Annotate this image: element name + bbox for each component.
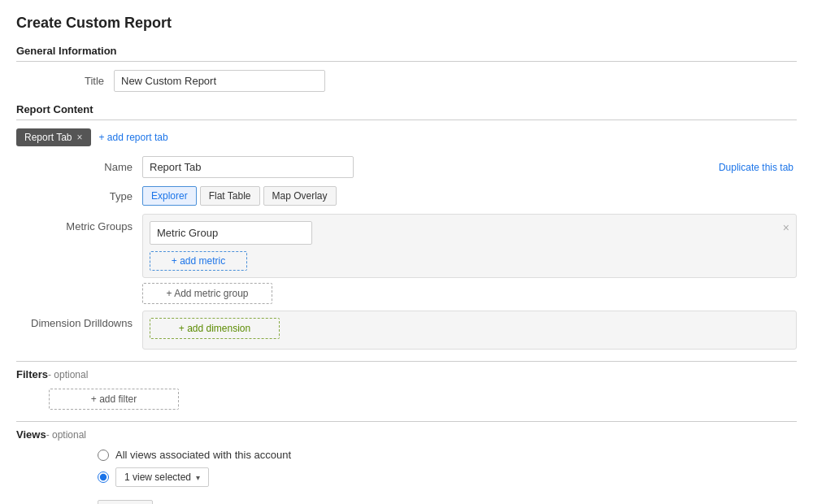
views-title: Views- optional	[16, 421, 797, 441]
tab-panel: Name Duplicate this tab Type Explorer Fl…	[16, 156, 797, 350]
views-optional: - optional	[46, 429, 86, 441]
metric-groups-label: Metric Groups	[16, 214, 142, 232]
name-input[interactable]	[142, 156, 354, 178]
active-tab[interactable]: Report Tab ×	[16, 128, 91, 146]
general-info-section: General Information Title	[16, 45, 797, 92]
title-field-row: Title	[16, 70, 797, 92]
type-label: Type	[16, 190, 142, 202]
view-selected-label: 1 view selected	[124, 471, 191, 483]
filters-optional: - optional	[48, 369, 88, 380]
tabs-bar: Report Tab × + add report tab	[16, 128, 797, 146]
title-input[interactable]	[114, 70, 325, 92]
selected-views-radio-row: 1 view selected ▾	[98, 467, 797, 487]
type-btn-explorer[interactable]: Explorer	[142, 186, 197, 206]
type-field-row: Type Explorer Flat Table Map Overlay	[16, 186, 797, 206]
add-tab-link[interactable]: + add report tab	[99, 132, 168, 143]
duplicate-tab-link[interactable]: Duplicate this tab	[719, 162, 797, 173]
add-metric-group-button[interactable]: + Add metric group	[142, 283, 272, 304]
all-views-radio-row: All views associated with this account	[98, 449, 797, 461]
save-button[interactable]: Save	[98, 500, 153, 504]
tab-close-icon[interactable]: ×	[76, 133, 82, 142]
title-label: Title	[16, 75, 114, 87]
add-metric-group-row: + Add metric group	[142, 283, 797, 304]
type-buttons-group: Explorer Flat Table Map Overlay	[142, 186, 337, 206]
action-buttons: Save Cancel	[98, 500, 797, 504]
name-label: Name	[16, 161, 142, 173]
add-metric-button[interactable]: + add metric	[150, 251, 247, 271]
type-btn-flat-table[interactable]: Flat Table	[200, 186, 260, 206]
filters-section: Filters- optional + add filter	[16, 361, 797, 410]
metric-group-close-icon[interactable]: ×	[783, 221, 789, 234]
dimension-label: Dimension Drilldowns	[16, 311, 142, 329]
name-field-row: Name Duplicate this tab	[16, 156, 797, 178]
metric-groups-container: × Metric Group + add metric	[142, 214, 797, 278]
report-content-section: Report Content Report Tab × + add report…	[16, 103, 797, 350]
all-views-label: All views associated with this account	[115, 449, 291, 461]
page-title: Create Custom Report	[16, 15, 797, 32]
type-btn-map-overlay[interactable]: Map Overlay	[263, 186, 337, 206]
metric-group-box: Metric Group	[150, 221, 312, 245]
view-selector: 1 view selected ▾	[115, 467, 209, 487]
views-section: Views- optional All views associated wit…	[16, 421, 797, 487]
metric-groups-field-row: Metric Groups × Metric Group + add metri…	[16, 214, 797, 278]
cancel-link[interactable]: Cancel	[161, 500, 193, 504]
all-views-radio[interactable]	[98, 450, 109, 461]
general-info-title: General Information	[16, 45, 797, 62]
add-filter-button[interactable]: + add filter	[49, 389, 179, 410]
add-dimension-button[interactable]: + add dimension	[150, 318, 280, 339]
report-content-title: Report Content	[16, 103, 797, 120]
filters-title: Filters- optional	[16, 361, 797, 380]
view-selected-dropdown[interactable]: 1 view selected ▾	[115, 467, 209, 487]
active-tab-label: Report Tab	[24, 132, 72, 143]
metric-group-name: Metric Group	[157, 227, 218, 239]
dimension-container: + add dimension	[142, 311, 797, 350]
chevron-down-icon: ▾	[196, 473, 200, 482]
selected-views-radio[interactable]	[98, 471, 109, 483]
dimension-field-row: Dimension Drilldowns + add dimension	[16, 311, 797, 350]
